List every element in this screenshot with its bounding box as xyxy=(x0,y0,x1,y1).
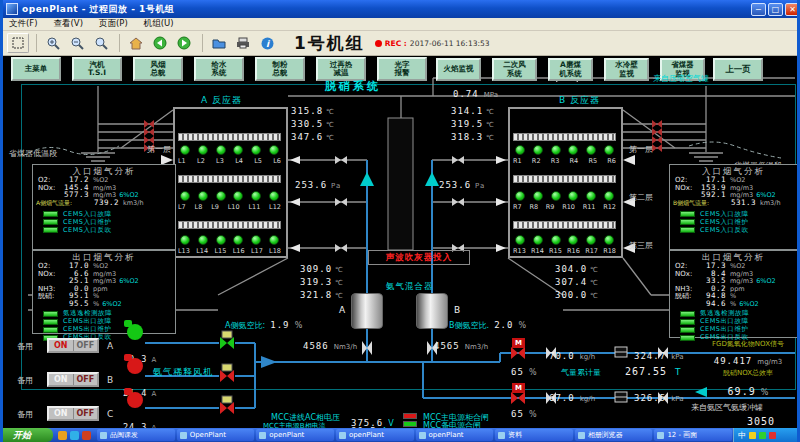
on-off-switch[interactable]: ONOFF xyxy=(47,406,99,421)
led-labels: L7L8L9L10L11L12 xyxy=(178,203,281,211)
fan-pump-icon[interactable] xyxy=(127,392,143,408)
title-bar[interactable]: openPlant - 过程回放 - 1号机组 ─ □ ✕ xyxy=(3,0,800,18)
nav-button[interactable]: 水冷壁监视 xyxy=(604,58,649,81)
catalyst-layer xyxy=(513,221,616,229)
reactor-b-name: B 反应器 xyxy=(559,94,600,107)
open-folder-icon[interactable] xyxy=(208,33,230,53)
tray-icon[interactable] xyxy=(759,432,766,439)
sootblower-leds xyxy=(178,191,281,201)
reactor-b: R1R2R3R4R5R6 R7R8R9R10R11R12 R13R14R15R1… xyxy=(508,107,623,258)
catalyst-layer xyxy=(178,175,281,183)
status-led xyxy=(43,211,58,217)
standby-label: 备用 xyxy=(17,375,33,386)
taskbar-window-button[interactable]: 相册浏览器 xyxy=(575,429,653,441)
nav-button[interactable]: 过再热减温 xyxy=(316,57,366,81)
fan-id: A xyxy=(107,341,113,351)
previous-page-button[interactable]: 上一页 xyxy=(713,58,763,81)
nav-button[interactable]: 制粉总貌 xyxy=(255,57,305,81)
on-off-switch[interactable]: ONOFF xyxy=(47,372,99,387)
ammonia-press-2: 326.5 kPa xyxy=(634,386,683,405)
taskbar-window-button[interactable]: 12 - 画面 xyxy=(654,429,732,441)
status-led xyxy=(43,227,58,233)
panel-title: 出口烟气分析 xyxy=(33,252,175,262)
print-icon[interactable] xyxy=(232,33,254,53)
tray-icon[interactable] xyxy=(769,432,776,439)
maximize-button[interactable]: □ xyxy=(768,3,783,16)
quicklaunch-icon[interactable] xyxy=(70,431,79,440)
led-labels: L13L14L15L16L17L18 xyxy=(178,247,281,255)
nav-button[interactable]: 风烟总貌 xyxy=(133,57,183,81)
nav-buttons-green: 主菜单 汽机T.S.I 风烟总貌 给水系统 制粉总貌 过再热减温 光字报警 xyxy=(11,57,427,81)
nav-button[interactable]: 火焰监视 xyxy=(436,58,481,81)
toolbar: i 1号机组 REC : 2017-06-11 16:13:53 xyxy=(3,31,800,56)
reactor-b-outlet-temps: 304.0℃307.4℃300.0℃ xyxy=(555,262,617,301)
motor-valve-m2[interactable]: M xyxy=(512,383,525,393)
fan-pump-icon[interactable] xyxy=(127,358,143,374)
close-button[interactable]: ✕ xyxy=(785,3,800,16)
panel-title: 出口烟气分析 xyxy=(670,252,797,262)
nav-button[interactable]: 给水系统 xyxy=(194,57,244,81)
fan-pump-icon[interactable] xyxy=(127,324,143,340)
zoom-out-icon[interactable] xyxy=(66,33,88,53)
cems-status-leds: CEMS入口故障CEMS入口维护CEMS入口反吹 xyxy=(33,210,175,234)
led-labels: L1L2L3L4L5L6 xyxy=(178,157,281,165)
forward-icon[interactable] xyxy=(173,33,195,53)
layer-labels-right: 第一层第二层第三层 xyxy=(629,144,673,288)
motor-valve-m1[interactable]: M xyxy=(512,338,525,348)
window-icon xyxy=(259,432,266,439)
tray-icon[interactable] xyxy=(749,432,756,439)
sootblower-leds xyxy=(178,145,281,155)
menu-item[interactable]: 查看(V) xyxy=(54,18,83,30)
taskbar-window-button[interactable]: openPlant xyxy=(256,429,334,441)
quicklaunch-icon[interactable] xyxy=(82,431,91,440)
total-flow-unit: T xyxy=(675,367,681,377)
fan-row: 备用 ONOFF B 21.4A xyxy=(17,371,167,405)
zoom-reset-icon[interactable] xyxy=(90,33,112,53)
sootblower-leds xyxy=(178,235,281,245)
rec-timestamp: 2017-06-11 16:13:53 xyxy=(410,39,490,48)
quicklaunch-icon[interactable] xyxy=(58,431,67,440)
minimize-button[interactable]: ─ xyxy=(751,3,766,16)
on-off-switch[interactable]: ONOFF xyxy=(47,338,99,353)
menu-item[interactable]: 机组(U) xyxy=(144,18,174,30)
ammonia-flow-1: 70.0 kg/h xyxy=(549,344,595,363)
start-button[interactable]: 开始 xyxy=(3,428,53,442)
cems-left-inlet-panel: 入口烟气分析 O2:17.2%O2 NOx:145.4mg/m3 577.3mg… xyxy=(32,164,176,250)
taskbar-window-button[interactable]: 资料 xyxy=(495,429,573,441)
mcc-main-indicator xyxy=(403,413,417,419)
nav-button[interactable]: A磨煤机系统 xyxy=(548,58,593,81)
reactor-b-inlet-temps: 314.1℃319.5℃318.3℃ xyxy=(451,104,513,143)
status-led xyxy=(680,219,695,225)
nav-button[interactable]: 二次风系统 xyxy=(492,58,537,81)
mixer-tank-a xyxy=(351,293,383,329)
nav-button[interactable]: 主菜单 xyxy=(11,57,61,81)
home-icon[interactable] xyxy=(125,33,147,53)
taskbar-window-button[interactable]: OpenPlant xyxy=(177,429,255,441)
air-source-label: 来自压缩空气罐 xyxy=(653,73,709,84)
fan-valves[interactable] xyxy=(220,331,234,414)
cems-right-outlet-panel: 出口烟气分析 O2:17.3%O2 NOx:8.4mg/m3 33.5mg/m3… xyxy=(669,250,798,338)
status-led xyxy=(680,335,695,341)
reactor-a: L1L2L3L4L5L6 L7L8L9L10L11L12 L13L14L15L1… xyxy=(173,107,288,258)
fan-row: 备用 ONOFF A -0.3A xyxy=(17,337,167,371)
valve2-position: 65 % xyxy=(511,402,537,421)
window-icon xyxy=(578,432,585,439)
status-led xyxy=(43,311,58,317)
info-icon[interactable]: i xyxy=(256,33,278,53)
taskbar-window-button[interactable]: openPlant xyxy=(336,429,414,441)
ime-indicator[interactable]: 中 xyxy=(738,430,746,441)
nav-button[interactable]: 光字报警 xyxy=(377,57,427,81)
toolbar-separator xyxy=(202,34,203,52)
status-led xyxy=(43,319,58,325)
zoom-in-icon[interactable] xyxy=(42,33,64,53)
back-icon[interactable] xyxy=(149,33,171,53)
taskbar-window-button[interactable]: 品闽课发 xyxy=(97,429,175,441)
window-icon xyxy=(419,432,426,439)
select-tool-button[interactable] xyxy=(7,33,29,53)
menu-item[interactable]: 页面(P) xyxy=(99,18,128,30)
menu-item[interactable]: 文件(F) xyxy=(9,18,38,30)
taskbar-window-button[interactable]: openPlant xyxy=(416,429,494,441)
catalyst-layer xyxy=(178,133,281,141)
nav-button[interactable]: 汽机T.S.I xyxy=(72,57,122,81)
unit-title: 1号机组 xyxy=(294,32,365,55)
